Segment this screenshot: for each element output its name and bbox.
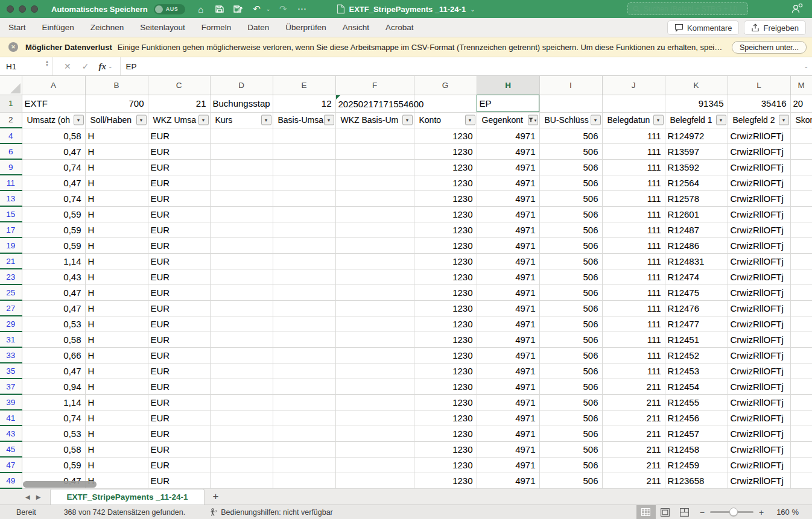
filter-cell-L[interactable]: Belegfeld 2▼ <box>728 112 790 128</box>
filter-cell-A[interactable]: Umsatz (oh▼ <box>22 112 85 128</box>
cell-J35[interactable]: 111 <box>602 363 665 379</box>
cell-B4[interactable]: H <box>85 128 148 143</box>
cell-E13[interactable] <box>273 190 335 206</box>
cell-H27[interactable]: 4971 <box>477 300 539 316</box>
cell-I45[interactable]: 506 <box>539 441 602 457</box>
cell-J19[interactable]: 111 <box>602 237 665 253</box>
filter-dropdown-G[interactable]: ▼ <box>465 115 475 125</box>
page-layout-view-button[interactable] <box>656 505 675 519</box>
cell-I6[interactable]: 506 <box>539 143 602 159</box>
cell-B11[interactable]: H <box>85 175 148 190</box>
menu-item-start[interactable]: Start <box>8 23 26 32</box>
cell-K43[interactable]: R12457 <box>665 426 728 441</box>
cell-H15[interactable]: 4971 <box>477 206 539 222</box>
cell-D23[interactable] <box>210 269 273 285</box>
column-header-E[interactable]: E <box>273 76 335 95</box>
cancel-entry-icon[interactable]: ✕ <box>64 61 71 71</box>
cell-L1[interactable]: 35416 <box>728 95 790 112</box>
function-chevron-icon[interactable]: ⌄ <box>108 63 113 69</box>
cell-L15[interactable]: CrwizRllOFTj <box>728 206 790 222</box>
cell-F4[interactable] <box>335 128 414 143</box>
cell-C21[interactable]: EUR <box>148 253 210 269</box>
cell-C17[interactable]: EUR <box>148 222 210 237</box>
cell-M31[interactable] <box>790 332 812 347</box>
filter-dropdown-B[interactable]: ▼ <box>136 115 147 125</box>
cell-J25[interactable]: 111 <box>602 285 665 300</box>
cell-G11[interactable]: 1230 <box>414 175 477 190</box>
document-title-area[interactable]: EXTF_StripePayments _11-24-1 ⌄ <box>337 0 475 18</box>
row-header-31[interactable]: 31 <box>0 332 22 347</box>
filter-cell-I[interactable]: BU-Schlüss▼ <box>539 112 602 128</box>
cell-M1[interactable]: 20 <box>790 95 812 112</box>
cell-K45[interactable]: R12458 <box>665 441 728 457</box>
cell-C1[interactable]: 21 <box>148 95 210 112</box>
cell-E23[interactable] <box>273 269 335 285</box>
cell-H29[interactable]: 4971 <box>477 316 539 332</box>
cell-A17[interactable]: 0,59 <box>22 222 85 237</box>
cell-J17[interactable]: 111 <box>602 222 665 237</box>
cell-A19[interactable]: 0,59 <box>22 237 85 253</box>
cell-G31[interactable]: 1230 <box>414 332 477 347</box>
cell-A13[interactable]: 0,74 <box>22 190 85 206</box>
cell-G39[interactable]: 1230 <box>414 394 477 410</box>
cell-H13[interactable]: 4971 <box>477 190 539 206</box>
cell-H6[interactable]: 4971 <box>477 143 539 159</box>
column-header-D[interactable]: D <box>210 76 273 95</box>
cell-E41[interactable] <box>273 410 335 426</box>
cell-C39[interactable]: EUR <box>148 394 210 410</box>
cell-E4[interactable] <box>273 128 335 143</box>
cell-F25[interactable] <box>335 285 414 300</box>
cell-E49[interactable] <box>273 473 335 488</box>
confirm-entry-icon[interactable]: ✓ <box>82 61 89 71</box>
cell-C45[interactable]: EUR <box>148 441 210 457</box>
cell-C27[interactable]: EUR <box>148 300 210 316</box>
cell-L47[interactable]: CrwizRllOFTj <box>728 457 790 473</box>
cell-B43[interactable]: H <box>85 426 148 441</box>
share-button[interactable]: Freigeben <box>744 20 806 35</box>
tab-scroll-left-icon[interactable]: ◀ <box>25 494 30 500</box>
cell-K21[interactable]: R124831 <box>665 253 728 269</box>
column-header-I[interactable]: I <box>539 76 602 95</box>
cell-F9[interactable] <box>335 159 414 175</box>
cell-M17[interactable] <box>790 222 812 237</box>
cell-B13[interactable]: H <box>85 190 148 206</box>
cell-G27[interactable]: 1230 <box>414 300 477 316</box>
cell-J43[interactable]: 211 <box>602 426 665 441</box>
cell-B17[interactable]: H <box>85 222 148 237</box>
cell-H45[interactable]: 4971 <box>477 441 539 457</box>
cell-F1[interactable]: 20250217171554600 <box>335 95 414 112</box>
cell-I43[interactable]: 506 <box>539 426 602 441</box>
cell-F23[interactable] <box>335 269 414 285</box>
filter-dropdown-A[interactable]: ▼ <box>74 115 84 125</box>
cell-K35[interactable]: R12453 <box>665 363 728 379</box>
cell-K15[interactable]: R12601 <box>665 206 728 222</box>
cell-A9[interactable]: 0,74 <box>22 159 85 175</box>
cell-K11[interactable]: R12564 <box>665 175 728 190</box>
cell-H31[interactable]: 4971 <box>477 332 539 347</box>
cell-M4[interactable] <box>790 128 812 143</box>
minimize-window-button[interactable] <box>19 5 26 13</box>
filter-dropdown-L[interactable]: ▼ <box>779 115 789 125</box>
cell-I23[interactable]: 506 <box>539 269 602 285</box>
cell-I17[interactable]: 506 <box>539 222 602 237</box>
cell-K47[interactable]: R12459 <box>665 457 728 473</box>
cell-A37[interactable]: 0,94 <box>22 379 85 394</box>
cell-B33[interactable]: H <box>85 347 148 363</box>
cell-A39[interactable]: 1,14 <box>22 394 85 410</box>
cell-L19[interactable]: CrwizRllOFTj <box>728 237 790 253</box>
cell-J41[interactable]: 211 <box>602 410 665 426</box>
cell-F35[interactable] <box>335 363 414 379</box>
filter-dropdown-D[interactable]: ▼ <box>261 115 271 125</box>
column-header-K[interactable]: K <box>665 76 728 95</box>
cell-B6[interactable]: H <box>85 143 148 159</box>
name-box[interactable]: H1 ▲ ▼ <box>0 57 53 75</box>
formula-bar-expand-icon[interactable]: ⌄ <box>804 63 808 69</box>
cell-F33[interactable] <box>335 347 414 363</box>
cell-F47[interactable] <box>335 457 414 473</box>
cell-L23[interactable]: CrwizRllOFTj <box>728 269 790 285</box>
cell-E11[interactable] <box>273 175 335 190</box>
cell-C11[interactable]: EUR <box>148 175 210 190</box>
cell-I9[interactable]: 506 <box>539 159 602 175</box>
cell-A43[interactable]: 0,53 <box>22 426 85 441</box>
cell-E29[interactable] <box>273 316 335 332</box>
